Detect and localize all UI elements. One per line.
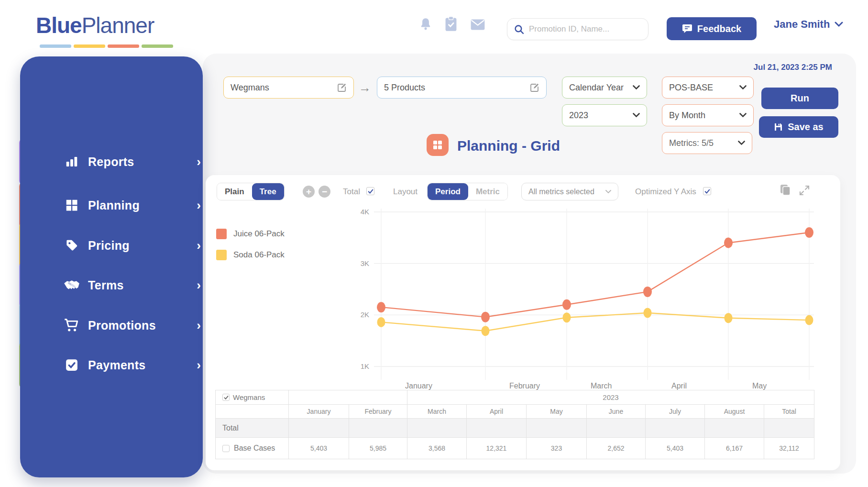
table-value-cell: 3,568 — [407, 438, 467, 459]
table-value-cell — [349, 419, 407, 438]
feedback-button[interactable]: Feedback — [667, 17, 757, 40]
chevron-down-icon — [738, 141, 745, 145]
year-value: 2023 — [569, 111, 633, 121]
table-value-cell: 32,112 — [764, 438, 814, 459]
table-value-cell — [705, 419, 764, 438]
logo-bar — [142, 44, 173, 48]
x-tick-label: February — [509, 382, 540, 390]
row-label-cell[interactable]: Base Cases — [216, 438, 289, 459]
data-point[interactable] — [562, 299, 571, 310]
metric-source-select[interactable]: POS-BASE — [662, 77, 754, 99]
x-tick-label: April — [671, 382, 687, 390]
table-column-header: July — [646, 405, 705, 419]
empty-cell — [289, 390, 407, 405]
report-timestamp: Jul 21, 2023 2:25 PM — [689, 63, 832, 72]
table-value-cell: 5,985 — [349, 438, 407, 459]
table-value-cell — [407, 419, 467, 438]
notifications-bell-icon[interactable] — [419, 17, 432, 33]
mail-icon[interactable] — [471, 19, 485, 32]
data-point[interactable] — [481, 312, 490, 322]
sidebar-item-pricing[interactable]: Pricing› — [47, 231, 214, 260]
sidebar-item-payments[interactable]: Payments› — [47, 351, 214, 379]
y-tick-label: 2K — [361, 310, 369, 319]
data-point[interactable] — [563, 312, 571, 322]
arrow-right-icon: → — [359, 80, 371, 95]
chevron-right-icon: › — [197, 318, 201, 333]
table-group-cell[interactable]: Wegmans — [216, 390, 289, 405]
planning-grid-card: Plain Tree + − Total Layout Period Metri… — [206, 175, 840, 470]
data-point[interactable] — [724, 238, 733, 248]
chevron-down-icon — [633, 113, 640, 118]
chevron-right-icon: › — [197, 358, 201, 373]
table-value-cell: 6,167 — [705, 438, 764, 459]
juice-06-pack-line[interactable] — [381, 232, 809, 317]
blueplanner-app: BluePlanner Feedback Jane Smith Reports›… — [0, 0, 868, 487]
data-point[interactable] — [805, 227, 813, 238]
planning-data-table: Wegmans2023JanuaryFebruaryMarchAprilMayJ… — [215, 390, 814, 459]
check-square-icon — [63, 358, 80, 372]
run-button[interactable]: Run — [761, 88, 838, 109]
table-column-header: February — [349, 405, 407, 419]
save-as-button[interactable]: Save as — [759, 116, 838, 138]
table-column-header: January — [289, 405, 349, 419]
feedback-label: Feedback — [697, 23, 741, 34]
edit-icon[interactable] — [337, 83, 347, 92]
row-label: Total — [222, 424, 239, 432]
sidebar-item-label: Planning — [88, 199, 140, 212]
row-label-cell[interactable]: Total — [216, 419, 289, 438]
app-logo: BluePlanner — [36, 12, 176, 50]
user-menu[interactable]: Jane Smith — [774, 18, 843, 31]
checked-checkbox[interactable] — [222, 394, 230, 401]
data-point[interactable] — [643, 287, 652, 297]
chevron-right-icon: › — [197, 278, 201, 293]
cart-icon — [63, 318, 80, 332]
metric-source-value: POS-BASE — [669, 83, 739, 93]
table-column-header: Total — [764, 405, 814, 419]
tasks-clipboard-icon[interactable] — [445, 16, 457, 33]
sidebar-item-label: Payments — [88, 358, 146, 372]
account-selector[interactable]: Wegmans — [223, 77, 354, 99]
data-point[interactable] — [805, 315, 813, 325]
y-tick-label: 1K — [361, 362, 369, 370]
logo-underline-bars — [40, 41, 176, 50]
period-type-value: Calendar Year — [569, 83, 633, 93]
products-selector[interactable]: 5 Products — [377, 77, 547, 99]
table-value-cell: 5,403 — [646, 438, 705, 459]
planning-grid-icon — [427, 134, 449, 156]
table-column-header: May — [527, 405, 587, 419]
data-point[interactable] — [377, 317, 385, 327]
table-value-cell — [527, 419, 587, 438]
data-point[interactable] — [644, 308, 652, 318]
sidebar-item-label: Pricing — [88, 239, 130, 253]
table-value-cell — [587, 419, 646, 438]
y-tick-label: 4K — [361, 208, 369, 216]
table-column-header: April — [467, 405, 527, 419]
table-value-cell — [289, 419, 349, 438]
page-title: Planning - Grid — [457, 138, 560, 154]
search-input[interactable] — [529, 24, 641, 34]
feedback-chat-icon — [682, 23, 692, 34]
metrics-value: Metrics: 5/5 — [669, 138, 738, 148]
chevron-down-icon — [739, 85, 747, 90]
data-point[interactable] — [377, 302, 385, 312]
table-row: Base Cases5,4035,9853,56812,3213232,6525… — [216, 438, 814, 459]
year-select[interactable]: 2023 — [562, 104, 647, 126]
logo-bar — [74, 44, 105, 48]
soda-06-pack-line[interactable] — [381, 313, 809, 331]
metrics-select[interactable]: Metrics: 5/5 — [662, 132, 752, 154]
sidebar-item-terms[interactable]: Terms› — [47, 271, 214, 299]
period-type-select[interactable]: Calendar Year — [562, 77, 647, 99]
granularity-select[interactable]: By Month — [662, 104, 754, 126]
sidebar-item-promotions[interactable]: Promotions› — [47, 311, 214, 340]
save-disk-icon — [774, 122, 783, 132]
data-point[interactable] — [725, 313, 733, 323]
table-column-header: June — [587, 405, 646, 419]
sidebar-item-planning[interactable]: Planning› — [47, 191, 214, 220]
products-value: 5 Products — [384, 83, 530, 93]
search-icon — [514, 24, 524, 34]
sidebar-item-reports[interactable]: Reports› — [47, 147, 214, 176]
unchecked-checkbox[interactable] — [222, 445, 230, 452]
logo-text-bold: Blue — [36, 13, 82, 38]
edit-icon[interactable] — [530, 83, 539, 92]
data-point[interactable] — [482, 326, 490, 336]
